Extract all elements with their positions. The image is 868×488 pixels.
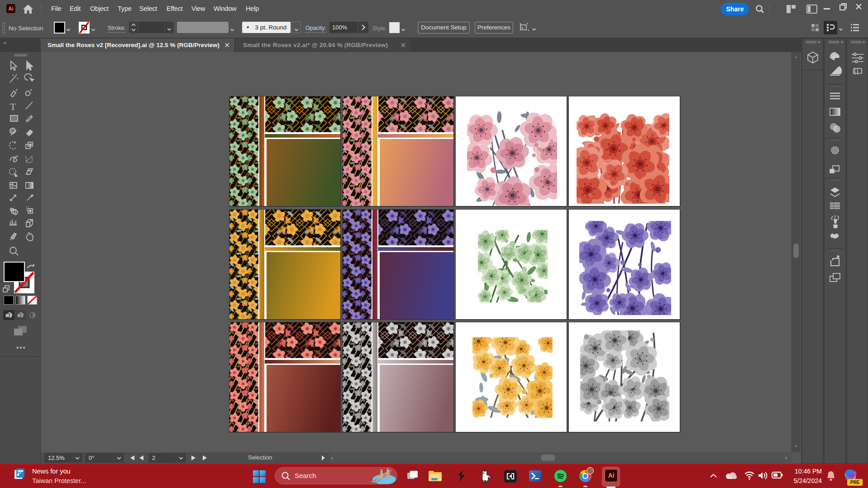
svg-text:T: T: [10, 101, 16, 112]
